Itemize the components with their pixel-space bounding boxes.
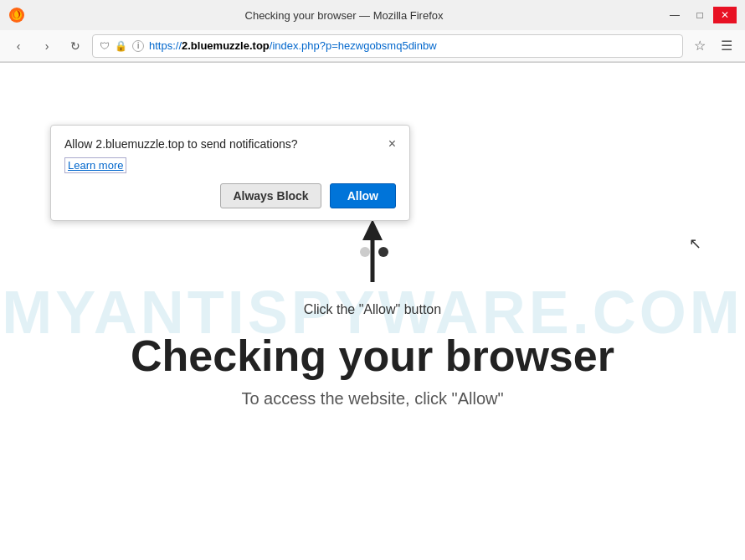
click-instruction: Click the "Allow" button — [304, 302, 441, 317]
toolbar: ‹ › ↻ 🛡 🔒 i https://2.bluemuzzle.top/ind… — [0, 30, 745, 62]
content-center: Click the "Allow" button Checking your b… — [131, 215, 614, 408]
back-button[interactable]: ‹ — [7, 34, 30, 58]
close-button[interactable]: ✕ — [713, 7, 737, 23]
firefox-icon — [8, 7, 25, 23]
toolbar-right: ☆ ☰ — [688, 34, 738, 58]
maximize-button[interactable]: □ — [688, 7, 712, 23]
bookmark-button[interactable]: ☆ — [688, 34, 712, 58]
window-controls-right: — □ ✕ — [663, 7, 737, 23]
lock-icon: 🔒 — [115, 40, 127, 52]
forward-button[interactable]: › — [35, 34, 59, 58]
sub-text: To access the website, click "Allow" — [241, 389, 503, 408]
address-bar[interactable]: 🛡 🔒 i https://2.bluemuzzle.top/index.php… — [92, 34, 683, 58]
window-controls-left — [8, 7, 25, 23]
info-icon: i — [132, 40, 144, 52]
popup-header: Allow 2.bluemuzzle.top to send notificat… — [64, 137, 396, 151]
popup-close-button[interactable]: × — [388, 137, 396, 151]
notification-popup: Allow 2.bluemuzzle.top to send notificat… — [50, 125, 410, 221]
browser-chrome: Checking your browser — Mozilla Firefox … — [0, 0, 745, 63]
page-content: MYANTISPYWARE.COM ↖ Click the "Allow" bu… — [0, 63, 745, 560]
popup-title: Allow 2.bluemuzzle.top to send notificat… — [64, 137, 298, 151]
minimize-button[interactable]: — — [663, 7, 686, 23]
arrow-up-icon — [347, 215, 398, 290]
url-display: https://2.bluemuzzle.top/index.php?p=hez… — [149, 39, 676, 52]
page-title: Checking your browser — Mozilla Firefox — [25, 9, 663, 22]
mouse-cursor: ↖ — [689, 234, 701, 253]
always-block-button[interactable]: Always Block — [220, 183, 321, 208]
menu-button[interactable]: ☰ — [715, 34, 738, 58]
shield-icon: 🛡 — [100, 40, 110, 52]
title-bar: Checking your browser — Mozilla Firefox … — [0, 0, 745, 30]
svg-marker-3 — [362, 219, 383, 240]
popup-actions: Always Block Allow — [64, 183, 396, 208]
url-domain: 2.bluemuzzle.top — [182, 39, 270, 52]
learn-more-link[interactable]: Learn more — [64, 157, 126, 173]
refresh-button[interactable]: ↻ — [64, 34, 87, 58]
allow-button[interactable]: Allow — [330, 183, 396, 208]
main-heading: Checking your browser — [131, 331, 614, 381]
